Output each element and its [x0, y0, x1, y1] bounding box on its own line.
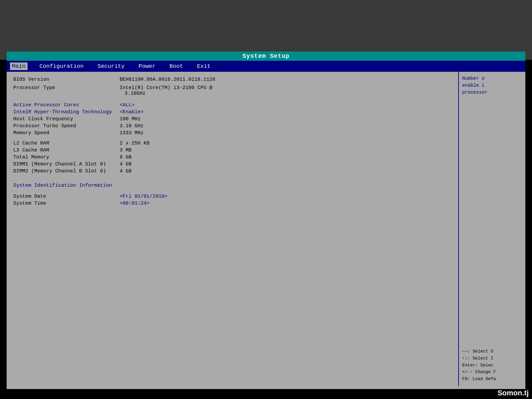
help-line2: enable i — [462, 82, 522, 89]
l3-cache-value: 3 MB — [120, 148, 452, 153]
processor-type-value-line2: 3.10GHz — [120, 91, 452, 96]
hyper-threading-value[interactable]: <Enable> — [120, 109, 452, 115]
l2-cache-value: 2 x 256 KB — [120, 141, 452, 146]
system-id-header: System Identification Information — [13, 183, 452, 188]
bios-menu-bar: Main Configuration Security Power Boot E… — [7, 61, 525, 72]
system-time-row: System Time <00:01:24> — [13, 201, 452, 206]
active-processor-cores-row: Active Processor Cores <ALL> — [13, 102, 452, 108]
l3-cache-label: L3 Cache RAM — [13, 148, 120, 153]
dimm1-value: 4 GB — [120, 161, 452, 167]
total-memory-row: Total Memory 8 GB — [13, 154, 452, 160]
processor-type-value-line1: Intel(R) Core(TM) i3-2100 CPU @ — [120, 85, 452, 91]
processor-type-label: Processor Type — [13, 85, 120, 91]
bios-help-panel: Number o enable i processor ←→: Select S… — [459, 72, 525, 386]
menu-item-exit[interactable]: Exit — [195, 62, 213, 70]
host-clock-row: Host Clock Frequency 100 MHz — [13, 116, 452, 122]
bios-version-row: BIOS Version BEH6110H.86A.0016.2011.0118… — [13, 77, 452, 82]
bios-version-label: BIOS Version — [13, 77, 120, 82]
turbo-speed-value: 3.10 GHz — [120, 123, 452, 129]
memory-speed-row: Memory Speed 1333 MHz — [13, 130, 452, 136]
memory-speed-label: Memory Speed — [13, 130, 120, 136]
help-nav-5: F9: Load Defa — [462, 376, 522, 383]
hyper-threading-row: Intel® Hyper-Threading Technology <Enabl… — [13, 109, 452, 115]
dimm1-row: DIMM1 (Memory Channel A Slot 0) 4 GB — [13, 161, 452, 167]
dimm1-label: DIMM1 (Memory Channel A Slot 0) — [13, 161, 120, 167]
help-nav-3: Enter: Selec — [462, 362, 522, 369]
turbo-speed-label: Processor Turbo Speed — [13, 123, 120, 129]
bios-title-text: System Setup — [243, 53, 290, 59]
turbo-speed-row: Processor Turbo Speed 3.10 GHz — [13, 123, 452, 129]
dimm2-row: DIMM2 (Memory Channel B Slot 0) 4 GB — [13, 168, 452, 174]
l2-cache-row: L2 Cache RAM 2 x 256 KB — [13, 141, 452, 146]
menu-item-power[interactable]: Power — [137, 62, 158, 70]
active-processor-cores-label: Active Processor Cores — [13, 102, 120, 108]
help-bottom-text: ←→: Select S ↑↓: Select I Enter: Selec +… — [462, 348, 522, 383]
system-time-label: System Time — [13, 201, 120, 206]
bios-version-value: BEH6110H.86A.0016.2011.0118.1128 — [120, 77, 452, 82]
l3-cache-row: L3 Cache RAM 3 MB — [13, 148, 452, 153]
host-clock-value: 100 MHz — [120, 116, 452, 122]
bios-content-area: BIOS Version BEH6110H.86A.0016.2011.0118… — [7, 72, 525, 386]
menu-item-configuration[interactable]: Configuration — [38, 62, 86, 70]
total-memory-value: 8 GB — [120, 154, 452, 160]
bios-screen: System Setup Main Configuration Security… — [7, 51, 525, 389]
total-memory-label: Total Memory — [13, 154, 120, 160]
help-line1: Number o — [462, 75, 522, 82]
help-nav-1: ←→: Select S — [462, 348, 522, 355]
photo-background — [0, 0, 532, 60]
system-time-value[interactable]: <00:01:24> — [120, 201, 452, 206]
active-processor-cores-value[interactable]: <ALL> — [120, 102, 452, 108]
system-date-value[interactable]: <Fri 01/01/2010> — [120, 194, 452, 199]
l2-cache-label: L2 Cache RAM — [13, 141, 120, 146]
memory-speed-value: 1333 MHz — [120, 130, 452, 136]
bios-title-bar: System Setup — [7, 51, 525, 61]
help-top-text: Number o enable i processor — [462, 75, 522, 96]
processor-type-value: Intel(R) Core(TM) i3-2100 CPU @ 3.10GHz — [120, 85, 452, 96]
system-date-label: System Date — [13, 194, 120, 199]
bios-main-panel: BIOS Version BEH6110H.86A.0016.2011.0118… — [7, 72, 459, 386]
help-line3: processor — [462, 89, 522, 96]
menu-item-boot[interactable]: Boot — [167, 62, 185, 70]
help-nav-4: +/-: Change F — [462, 369, 522, 376]
system-date-row: System Date <Fri 01/01/2010> — [13, 194, 452, 199]
watermark-text: Somon.tj — [497, 389, 529, 397]
dimm2-value: 4 GB — [120, 168, 452, 174]
hyper-threading-label: Intel® Hyper-Threading Technology — [13, 109, 120, 115]
processor-type-row: Processor Type Intel(R) Core(TM) i3-2100… — [13, 85, 452, 96]
host-clock-label: Host Clock Frequency — [13, 116, 120, 122]
dimm2-label: DIMM2 (Memory Channel B Slot 0) — [13, 168, 120, 174]
help-nav-2: ↑↓: Select I — [462, 355, 522, 362]
menu-item-security[interactable]: Security — [95, 62, 127, 70]
menu-item-main[interactable]: Main — [10, 62, 28, 70]
